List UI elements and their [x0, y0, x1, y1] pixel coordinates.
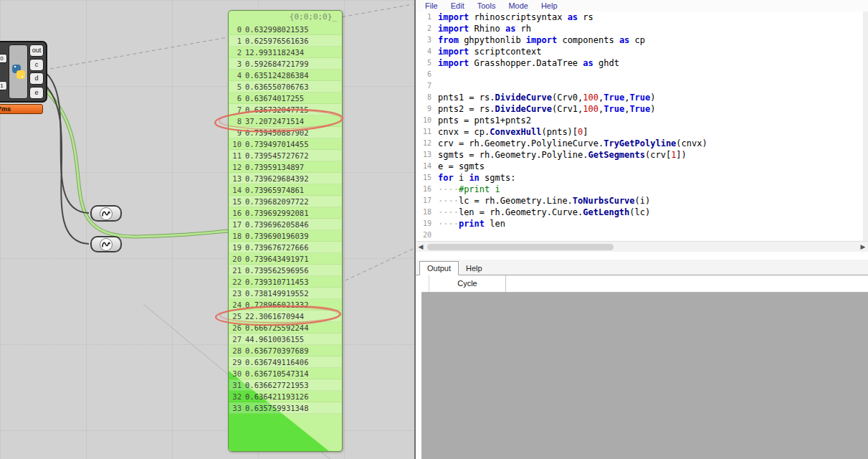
- code-line: 3from ghpythonlib import components as c…: [416, 34, 868, 46]
- panel-row-value: 0.636770397689: [245, 345, 309, 356]
- panel-row-value: 0.739562596956: [245, 265, 309, 275]
- panel-row-value: 0.739676727666: [245, 242, 309, 252]
- code-text: pnts2 = rs.DivideCurve(Crv1,100,True,Tru…: [438, 103, 656, 115]
- panel-row-value: 0.666725592244: [245, 322, 309, 333]
- code-editor[interactable]: 1import rhinoscriptsyntax as rs2import R…: [416, 11, 868, 241]
- code-text: cnvx = cp.ConvexHull(pnts)[0]: [438, 126, 588, 138]
- grasshopper-canvas[interactable]: 01 outcde 7ms: [0, 0, 414, 459]
- panel-row: 212.9931182434: [229, 47, 341, 58]
- panel-row-value: 0.739643491971: [245, 253, 309, 264]
- panel-row-index: 13: [229, 173, 242, 184]
- scribble-icon: [100, 238, 113, 251]
- panel-row: 320.636421193126: [229, 391, 341, 402]
- code-line: 2import Rhino as rh: [416, 23, 868, 34]
- line-number: 19: [416, 218, 438, 230]
- output-console-body: [421, 293, 868, 459]
- panel-row-index: 27: [229, 333, 242, 344]
- panel-row: 330.635759931348: [229, 402, 341, 414]
- panel-row: 220.739310711453: [229, 276, 341, 288]
- menu-item-edit[interactable]: Edit: [444, 1, 471, 10]
- panel-row-value: 0.739497014455: [245, 138, 309, 149]
- panel-row-value: 0.63674017255: [245, 93, 304, 103]
- panel-row-index: 16: [229, 207, 242, 218]
- panel-row-value: 0.636550706763: [245, 81, 309, 92]
- data-panel[interactable]: {0;0;0;0}_ 00.63299802153510.62597656163…: [228, 10, 343, 452]
- panel-row-value: 0.739692992081: [245, 207, 309, 218]
- code-line: 20: [416, 230, 868, 241]
- panel-row-index: 17: [229, 219, 242, 230]
- panel-row: 260.666725592244: [229, 322, 341, 333]
- ghpython-component[interactable]: 01 outcde: [0, 41, 47, 103]
- code-line: 7: [416, 80, 868, 92]
- panel-row-value: 0.739545727672: [245, 150, 309, 161]
- panel-row: 2522.3061670944: [229, 311, 341, 322]
- panel-row-value: 0.739450887902: [245, 127, 309, 138]
- line-number: 6: [416, 69, 438, 80]
- horizontal-scrollbar[interactable]: ◀ ▶: [416, 241, 868, 252]
- panel-row-value: 0.592684721799: [245, 58, 309, 69]
- panel-row-value: 0.632998021535: [245, 24, 309, 34]
- panel-row: 190.739676727666: [229, 242, 341, 253]
- scribble-icon: [100, 207, 113, 220]
- code-text: for i in sgmts:: [438, 172, 515, 184]
- panel-row: 200.739643491971: [229, 253, 341, 265]
- panel-row: 280.636770397689: [229, 345, 341, 356]
- input-param-0[interactable]: 0: [0, 54, 7, 63]
- menu-item-help[interactable]: Help: [535, 1, 564, 10]
- output-param-out[interactable]: out: [29, 44, 44, 57]
- panel-rows: 00.63299802153510.625976561636212.993118…: [229, 24, 341, 414]
- tab-output[interactable]: Output: [419, 261, 459, 275]
- scroll-left-arrow[interactable]: ◀: [416, 243, 426, 250]
- cycle-column-header[interactable]: Cycle: [429, 275, 506, 292]
- menu-item-file[interactable]: File: [419, 1, 444, 10]
- panel-row: 130.739629684392: [229, 173, 341, 184]
- panel-row-index: 20: [229, 253, 242, 264]
- panel-row-index: 11: [229, 150, 242, 161]
- panel-row-value: 0.728966021332: [245, 299, 309, 310]
- menu-item-mode[interactable]: Mode: [502, 1, 535, 10]
- panel-row-value: 0.636749116406: [245, 356, 309, 367]
- line-number: 5: [416, 57, 438, 69]
- output-param-c[interactable]: c: [29, 59, 44, 71]
- panel-row-value: 0.636627721953: [245, 379, 309, 390]
- panel-row-value: 0.636732047715: [245, 104, 309, 115]
- panel-row-index: 4: [229, 70, 242, 80]
- panel-row: 120.73959134897: [229, 161, 341, 173]
- panel-row-index: 8: [229, 115, 242, 126]
- code-line: 12crv = rh.Geometry.PolylineCurve.TryGet…: [416, 138, 868, 149]
- panel-row-value: 0.739682097722: [245, 196, 309, 207]
- output-param-e[interactable]: e: [29, 87, 44, 99]
- code-text: crv = rh.Geometry.PolylineCurve.TryGetPo…: [438, 138, 707, 149]
- panel-row-index: 30: [229, 368, 242, 379]
- output-param-d[interactable]: d: [29, 72, 44, 85]
- panel-row-index: 2: [229, 47, 242, 57]
- code-text: e = sgmts: [438, 161, 485, 172]
- tab-help[interactable]: Help: [459, 262, 490, 275]
- code-line: 10pnts = pnts1+pnts2: [416, 115, 868, 126]
- scroll-right-arrow[interactable]: ▶: [858, 243, 868, 250]
- code-line: 1import rhinoscriptsyntax as rs: [416, 11, 868, 23]
- code-text: sgmts = rh.Geometry.Polyline.GetSegments…: [438, 149, 687, 161]
- panel-row: 70.636732047715: [229, 104, 341, 115]
- scribble-component-2[interactable]: [90, 236, 122, 252]
- line-number: 12: [416, 138, 438, 149]
- panel-row-value: 0.635759931348: [245, 402, 309, 413]
- panel-row-index: 19: [229, 242, 242, 252]
- line-number: 9: [416, 103, 438, 115]
- pycomp-body[interactable]: [9, 44, 28, 99]
- code-line: 9pnts2 = rs.DivideCurve(Crv1,100,True,Tr…: [416, 103, 868, 115]
- scrollbar-thumb[interactable]: [427, 244, 614, 250]
- input-param-1[interactable]: 1: [0, 81, 7, 90]
- code-line: 4import scriptcontext: [416, 46, 868, 57]
- vertical-scrollbar[interactable]: [863, 11, 868, 241]
- panel-row: 290.636749116406: [229, 356, 341, 368]
- code-text: import rhinoscriptsyntax as rs: [438, 11, 593, 23]
- line-number: 10: [416, 115, 438, 126]
- panel-row: 837.2072471514: [229, 115, 341, 127]
- panel-row: 160.739692992081: [229, 207, 341, 219]
- scribble-component-1[interactable]: [90, 205, 122, 222]
- wire-layer: [0, 0, 414, 459]
- code-line: 6: [416, 69, 868, 80]
- menu-item-tools[interactable]: Tools: [471, 1, 502, 10]
- panel-row-index: 29: [229, 356, 242, 367]
